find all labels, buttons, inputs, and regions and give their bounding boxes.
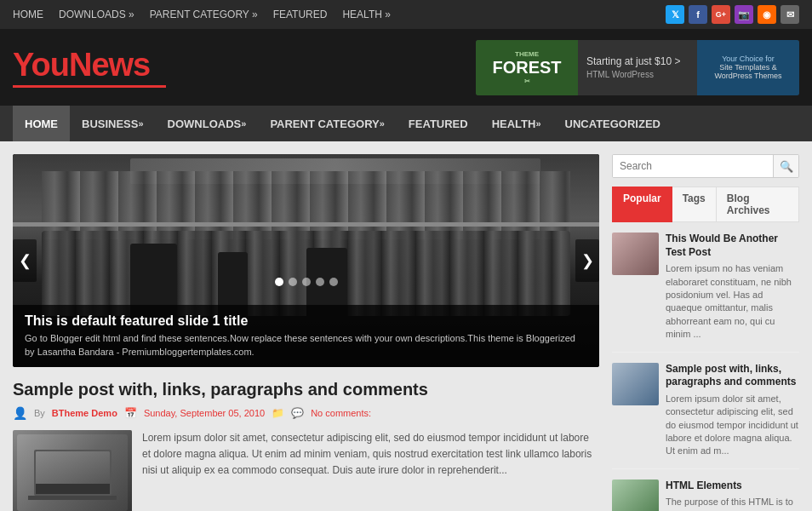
banner-tagline: Starting at just $10 > [586,55,689,67]
featured-slider: ❮ ❯ This is default featured slide 1 tit… [13,154,599,367]
social-icons-top: 𝕏 f G+ 📷 ◉ ✉ [666,5,799,24]
top-bar: HOME DOWNLOADS PARENT CATEGORY FEATURED … [0,0,812,29]
sidebar-post-3: HTML Elements The purpose of this HTML i… [612,479,799,511]
slider-next-button[interactable]: ❯ [575,239,599,282]
email-icon[interactable]: ✉ [781,5,799,24]
post-meta: 👤 By BTheme Demo 📅 Sunday, September 05,… [13,406,599,420]
banner-right-line1: Your Choice for [722,55,775,63]
post-date: Sunday, September 05, 2010 [144,408,265,418]
post-author[interactable]: BTheme Demo [52,408,117,418]
slider-caption: This is default featured slide 1 title G… [13,305,599,367]
site-logo[interactable]: YouNews [13,47,166,88]
sidebar-post-2-thumb [612,363,659,405]
mainnav-business[interactable]: BUSINESS [70,106,156,141]
slider-dot-4[interactable] [316,278,324,286]
post-excerpt: Lorem ipsum dolor sit amet, consectetur … [142,430,599,511]
post-thumbnail [13,430,132,511]
sidebar-tabs: Popular Tags Blog Archives [612,187,799,222]
google-plus-icon[interactable]: G+ [712,5,730,24]
sidebar-thumb-1-inner [612,233,659,275]
main-content: ❮ ❯ This is default featured slide 1 tit… [13,154,599,511]
twitter-icon[interactable]: 𝕏 [666,5,684,24]
logo-you: You [13,47,69,83]
post-comments[interactable]: No comments: [311,408,371,418]
topnav-parent-category[interactable]: PARENT CATEGORY [150,9,258,20]
slider-prev-button[interactable]: ❮ [13,239,37,282]
sidebar: 🔍 Popular Tags Blog Archives This Would … [612,154,799,511]
calendar-icon: 📅 [124,407,137,419]
rss-icon[interactable]: ◉ [758,5,776,24]
mainnav-downloads[interactable]: DOWNLOADS [156,106,259,141]
post-thumb-inner [13,430,132,511]
tab-blog-archives[interactable]: Blog Archives [717,187,799,222]
topnav-featured[interactable]: FEATURED [273,9,328,20]
logo-underline [13,85,166,88]
slider-caption-text: Go to Blogger edit html and find these s… [25,332,587,359]
sidebar-post-1-excerpt: Lorem ipsum no has veniam elaboraret con… [666,262,799,341]
sidebar-post-1: This Would Be Another Test Post Lorem ip… [612,233,799,353]
search-box: 🔍 [612,154,799,178]
sidebar-post-3-info: HTML Elements The purpose of this HTML i… [666,479,799,511]
blog-post: Sample post with, links, paragraphs and … [13,380,599,511]
topnav-home[interactable]: HOME [13,9,43,20]
slider-dot-5[interactable] [329,278,338,286]
logo-news: News [69,47,150,83]
topnav-downloads[interactable]: DOWNLOADS [59,9,134,20]
post-by: By [34,408,45,418]
main-nav: HOME BUSINESS DOWNLOADS PARENT CATEGORY … [0,106,812,141]
avatar-icon: 👤 [13,406,27,420]
sidebar-post-2-info: Sample post with, links, paragraphs and … [666,363,799,458]
banner-right: Your Choice for Site Templates & WordPre… [697,40,799,95]
mainnav-uncategorized[interactable]: UNCATEGORIZED [553,106,672,141]
sidebar-post-3-excerpt: The purpose of this HTML is to help dete… [666,496,799,511]
mainnav-home[interactable]: HOME [13,106,70,141]
banner-right-line3: WordPress Themes [714,72,781,80]
slider-dots [275,278,338,286]
mainnav-parent-category[interactable]: PARENT CATEGORY [258,106,396,141]
sidebar-post-2-excerpt: Lorem ipsum dolor sit amet, consectetur … [666,393,799,458]
search-input[interactable] [613,155,773,177]
sidebar-post-3-thumb [612,479,659,511]
banner-center: Starting at just $10 > HTML WordPress [578,51,697,83]
sidebar-post-1-info: This Would Be Another Test Post Lorem ip… [666,233,799,342]
folder-icon: 📁 [272,407,284,419]
search-icon: 🔍 [780,160,793,173]
banner-theme-label: THEME [515,50,539,58]
banner-right-line2: Site Templates & [719,63,776,72]
sidebar-post-2: Sample post with, links, paragraphs and … [612,363,799,469]
slider-title: This is default featured slide 1 title [25,313,587,329]
topnav-health[interactable]: HEALTH [342,9,390,20]
mainnav-featured[interactable]: FEATURED [397,106,480,141]
slider-dot-2[interactable] [289,278,297,286]
content-wrapper: ❮ ❯ This is default featured slide 1 tit… [0,141,812,511]
instagram-icon[interactable]: 📷 [735,5,753,24]
banner-forest-name: FOREST [492,58,561,78]
slider-dot-3[interactable] [302,278,311,286]
sidebar-post-3-title[interactable]: HTML Elements [666,479,799,493]
comment-icon: 💬 [291,407,304,419]
post-body: Lorem ipsum dolor sit amet, consectetur … [13,430,599,511]
top-nav: HOME DOWNLOADS PARENT CATEGORY FEATURED … [13,9,391,20]
banner-forest: THEME FOREST ✂ [476,40,578,95]
site-header: YouNews THEME FOREST ✂ Starting at just … [0,29,812,106]
header-banner[interactable]: THEME FOREST ✂ Starting at just $10 > HT… [476,40,799,95]
tab-popular[interactable]: Popular [612,187,672,222]
sidebar-post-2-title[interactable]: Sample post with, links, paragraphs and … [666,363,799,389]
sidebar-thumb-2-inner [612,363,659,405]
tab-tags[interactable]: Tags [672,187,717,222]
search-button[interactable]: 🔍 [773,155,798,177]
facebook-icon[interactable]: f [689,5,707,24]
sidebar-post-1-title[interactable]: This Would Be Another Test Post [666,233,799,259]
sidebar-post-1-thumb [612,233,659,275]
mainnav-health[interactable]: HEALTH [480,106,553,141]
post-title: Sample post with, links, paragraphs and … [13,380,599,399]
slider-dot-1[interactable] [275,278,283,286]
sidebar-thumb-3-inner [612,479,659,511]
